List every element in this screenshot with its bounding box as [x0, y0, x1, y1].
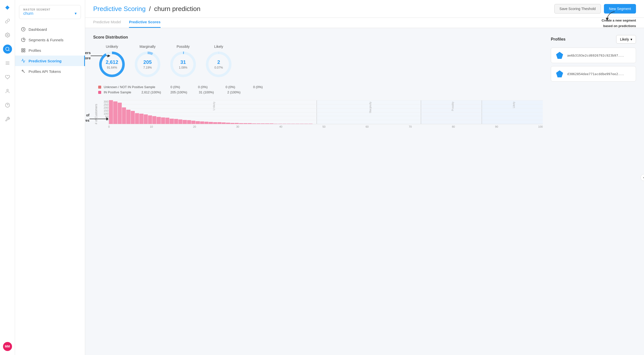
bar-41 [287, 124, 291, 124]
circle-marginally: Marginally 205 7.19% [134, 45, 161, 78]
svg-point-6 [7, 89, 8, 91]
x-label-30: 30 [236, 125, 239, 128]
profile-id-0: ae6b3193e2cd6926792c923b97... [567, 54, 624, 57]
legend-unknown-val-3: 0 (0%) [245, 85, 271, 89]
bar-40 [283, 124, 287, 124]
nav-label-profiles: Profiles [29, 48, 41, 53]
save-scoring-threshold-button[interactable]: Save Scoring Theshold [554, 4, 601, 14]
sidebar-icon-avatar[interactable]: MM [3, 342, 12, 351]
sidebar-icon-settings[interactable] [3, 31, 12, 40]
new-segment-button[interactable]: New Segment [604, 4, 636, 14]
profile-diamond-icon-1 [556, 70, 564, 78]
sidebar-icon-rows[interactable] [3, 59, 12, 68]
circle-possibly-container: 31 1.08% [169, 51, 197, 78]
nav-label-segments: Segments & Funnels [29, 38, 63, 42]
dashboard-icon [21, 27, 26, 32]
bar-24 [213, 122, 217, 124]
bar-33 [252, 123, 256, 124]
header-actions: Save Scoring Theshold New Segment Create… [554, 4, 636, 14]
sidebar-icon-link[interactable] [3, 17, 12, 26]
histogram-section: Distribution ofpredictive scores # of Cu… [93, 100, 543, 128]
x-label-100: 100 [538, 125, 543, 128]
master-segment-name: churn [23, 11, 33, 16]
circle-likely-pct: 0.07% [214, 66, 223, 69]
profile-diamond-icon-0 [556, 51, 564, 59]
score-distribution-title: Score Distribution [93, 35, 543, 40]
legend-positive-label: IN Positive Sample [104, 90, 131, 94]
legend-unknown-val-0: 0 (0%) [163, 85, 188, 89]
nav-item-segments[interactable]: Segments & Funnels [15, 35, 85, 45]
bar-11 [157, 117, 161, 124]
circle-likely-num: 2 [214, 59, 223, 65]
bar-14 [170, 119, 174, 124]
sidebar-icon-help[interactable] [3, 101, 12, 110]
bar-23 [209, 122, 213, 124]
sidebar-icon-heart[interactable] [3, 73, 12, 82]
sidebar-icon-person-search[interactable] [3, 45, 12, 54]
nav-item-predictive-scoring[interactable]: Predictive Scoring [15, 56, 85, 66]
score-distribution-section: Score Distribution Divide customersby sc… [93, 35, 543, 348]
circle-possibly-label: Possibly [177, 45, 190, 49]
circle-unlikely-container: 2,612 91.64% [98, 51, 126, 78]
bar-45 [304, 124, 308, 124]
divide-customers-annotation: Divide customersby score [85, 50, 91, 61]
tabs-bar: Predictive Model Predictive Scores [85, 18, 644, 28]
master-segment-box[interactable]: MASTER SEGMENT churn ▾ [19, 5, 81, 19]
distribution-annotation: Distribution ofpredictive scores [85, 113, 89, 123]
y-tick-250: 250 [99, 103, 108, 106]
nav-item-dashboard[interactable]: Dashboard [15, 24, 85, 35]
profiles-filter-dropdown[interactable]: Likely ▾ [616, 35, 636, 44]
bar-44 [300, 124, 304, 124]
histogram-bars [108, 100, 543, 124]
bar-2 [118, 103, 122, 124]
bar-17 [183, 120, 187, 124]
app-logo-icon: ◆ [5, 4, 10, 11]
svg-marker-24 [556, 70, 563, 77]
bar-16 [178, 119, 182, 124]
profile-diamond-1 [556, 70, 564, 78]
bar-46 [308, 124, 312, 124]
circle-marginally-num: 205 [143, 59, 152, 65]
sidebar-icon-user[interactable] [3, 87, 12, 96]
profiles-panel: Profiles Likely ▾ ae6b3193e2cd6926792c92… [551, 35, 636, 348]
predictive-scoring-icon [21, 59, 26, 63]
content-area: Score Distribution Divide customersby sc… [85, 28, 644, 355]
page-title-rest: churn prediction [154, 5, 200, 13]
bar-5 [131, 111, 135, 124]
legend-unknown: Unknown / NOT IN Positive Sample 0 (0%) … [98, 85, 543, 89]
nav-item-api-tokens[interactable]: Profiles API Tokens [15, 66, 85, 77]
nav-label-predictive-scoring: Predictive Scoring [29, 59, 62, 63]
main-content: Predictive Scoring / churn prediction Sa… [85, 0, 644, 355]
nav-item-profiles[interactable]: Profiles [15, 45, 85, 56]
tab-predictive-scores[interactable]: Predictive Scores [129, 18, 161, 28]
legend-positive-val-2: 31 (100%) [194, 90, 219, 94]
bar-10 [152, 116, 156, 124]
profile-card-0[interactable]: ae6b3193e2cd6926792c923b97... [551, 48, 636, 63]
bar-1 [113, 101, 117, 124]
bar-42 [291, 124, 295, 124]
x-label-60: 60 [365, 125, 368, 128]
page-title: Predictive Scoring / churn prediction [93, 5, 200, 13]
bar-26 [222, 122, 226, 124]
svg-point-14 [22, 70, 23, 71]
bar-43 [295, 124, 299, 124]
tab-predictive-model[interactable]: Predictive Model [93, 18, 121, 28]
master-segment-label: MASTER SEGMENT [23, 8, 77, 11]
x-label-0: 0 [108, 125, 110, 128]
circle-marginally-container: 205 7.19% [134, 51, 161, 78]
bar-15 [174, 119, 178, 124]
profile-card-1[interactable]: d3062854dee771acddbe997ee2... [551, 66, 636, 82]
circle-unlikely-num: 2,612 [106, 59, 118, 65]
legend-positive-val-0: 2,612 (100%) [139, 90, 164, 94]
sidebar-icon-wrench[interactable] [3, 115, 12, 124]
x-label-90: 90 [495, 125, 498, 128]
legend-row-unknown: Unknown / NOT IN Positive Sample 0 (0%) … [93, 85, 543, 94]
page-title-link[interactable]: Predictive Scoring [93, 5, 146, 13]
bar-31 [243, 123, 247, 124]
y-axis-label-container: # of Customers [93, 100, 99, 128]
circle-possibly-value: 31 1.08% [179, 59, 187, 70]
circle-unlikely-value: 2,612 91.64% [106, 59, 118, 70]
bar-37 [270, 123, 274, 124]
legend-unknown-dot [98, 86, 101, 89]
circle-unlikely-label: Unlikely [106, 45, 118, 49]
